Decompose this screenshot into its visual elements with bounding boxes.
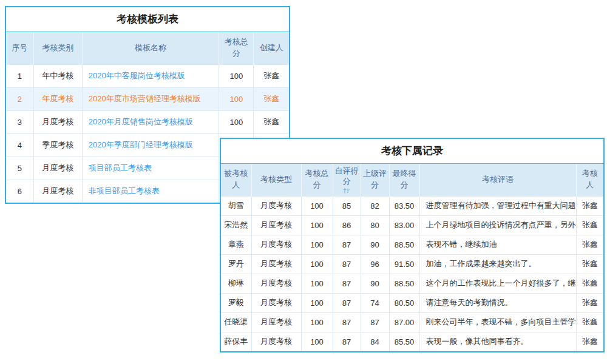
- record-table-header-row: 被考核人 考核类型 考核总分 自评得分 上级评分 最终得分 考核评语 考核人: [221, 164, 603, 196]
- cell-no: 1: [6, 64, 33, 87]
- cell-total-score: 100: [219, 110, 254, 133]
- col-header-assessor: 考核人: [576, 164, 603, 196]
- sort-ascending-icon[interactable]: [343, 187, 350, 194]
- template-name-link[interactable]: 项目部员工考核表: [82, 157, 219, 180]
- cell-final-score: 83.00: [389, 215, 419, 235]
- col-header-comment: 考核评语: [419, 164, 576, 196]
- cell-creator: 张鑫: [254, 110, 289, 133]
- cell-final-score: 91.50: [389, 254, 419, 274]
- cell-comment: 刚来公司半年，表现不错，多向项目主管学习。: [419, 312, 576, 332]
- cell-comment: 加油，工作成果越来越突出了。: [419, 254, 576, 274]
- cell-total-score: 100: [219, 64, 254, 87]
- cell-creator: 张鑫: [254, 87, 289, 110]
- cell-category: 年中考核: [33, 64, 82, 87]
- template-row[interactable]: 3月度考核2020年月度销售岗位考核模版100张鑫: [6, 110, 289, 133]
- cell-assessed-person: 宋浩然: [221, 215, 251, 235]
- template-table-header-row: 序号 考核类别 模板名称 考核总分 创建人: [6, 32, 289, 64]
- cell-assessor: 张鑫: [576, 332, 603, 351]
- cell-superior-score: 80: [361, 215, 389, 235]
- cell-assessor: 张鑫: [576, 254, 603, 274]
- cell-total-score: 100: [301, 196, 333, 215]
- cell-comment: 请注意每天的考勤情况。: [419, 293, 576, 312]
- cell-superior-score: 82: [361, 196, 389, 215]
- cell-assessor: 张鑫: [576, 196, 603, 215]
- record-row: 章燕月度考核100879088.50表现不错，继续加油张鑫: [221, 235, 603, 254]
- record-row: 任晓渠月度考核100878787.00刚来公司半年，表现不错，多向项目主管学习。…: [221, 312, 603, 332]
- cell-total-score: 100: [301, 254, 333, 274]
- cell-final-score: 83.50: [389, 196, 419, 215]
- col-header-self-score[interactable]: 自评得分: [333, 164, 361, 196]
- cell-assessor: 张鑫: [576, 235, 603, 254]
- cell-assessor: 张鑫: [576, 215, 603, 235]
- col-header-total-score: 考核总分: [219, 32, 254, 64]
- col-header-creator: 创建人: [254, 32, 289, 64]
- cell-self-score: 87: [333, 312, 361, 332]
- cell-assessed-person: 任晓渠: [221, 312, 251, 332]
- cell-superior-score: 90: [361, 274, 389, 293]
- cell-superior-score: 96: [361, 254, 389, 274]
- cell-assessed-person: 柳琳: [221, 274, 251, 293]
- cell-self-score: 87: [333, 235, 361, 254]
- cell-assessment-type: 月度考核: [251, 215, 301, 235]
- cell-creator: 张鑫: [254, 64, 289, 87]
- cell-assessment-type: 月度考核: [251, 293, 301, 312]
- cell-assessed-person: 罗丹: [221, 254, 251, 274]
- template-name-link[interactable]: 2020年月度销售岗位考核模版: [82, 110, 219, 133]
- cell-assessment-type: 月度考核: [251, 274, 301, 293]
- record-table-panel: 考核下属记录 被考核人 考核类型 考核总分 自评得分: [220, 138, 605, 352]
- cell-no: 6: [6, 180, 33, 203]
- cell-final-score: 85.50: [389, 332, 419, 351]
- cell-assessed-person: 胡雪: [221, 196, 251, 215]
- template-name-link[interactable]: 2020年季度部门经理考核模版: [82, 133, 219, 157]
- cell-superior-score: 87: [361, 312, 389, 332]
- record-row: 柳琳月度考核100879088.50这个月的工作表现比上一个月好很多了，继续加油…: [221, 274, 603, 293]
- col-header-self-score-label: 自评得分: [335, 166, 359, 187]
- cell-no: 5: [6, 157, 33, 180]
- cell-category: 月度考核: [33, 110, 82, 133]
- cell-self-score: 87: [333, 274, 361, 293]
- template-table-title: 考核模板列表: [6, 7, 289, 32]
- cell-total-score: 100: [301, 235, 333, 254]
- cell-self-score: 86: [333, 215, 361, 235]
- cell-comment: 进度管理有待加强，管理过程中有重大问题，随时...: [419, 196, 576, 215]
- cell-total-score: 100: [301, 293, 333, 312]
- template-name-link[interactable]: 2020年度市场营销经理考核模版: [82, 87, 219, 110]
- template-row[interactable]: 1年中考核2020年中客服岗位考核模版100张鑫: [6, 64, 289, 87]
- cell-category: 季度考核: [33, 133, 82, 157]
- cell-comment: 上个月绿地项目的投诉情况有点严重，另外每天的...: [419, 215, 576, 235]
- col-header-no: 序号: [6, 32, 33, 64]
- cell-comment: 表现不错，继续加油: [419, 235, 576, 254]
- cell-assessment-type: 月度考核: [251, 332, 301, 351]
- cell-self-score: 87: [333, 332, 361, 351]
- cell-final-score: 80.50: [389, 293, 419, 312]
- cell-assessed-person: 罗毅: [221, 293, 251, 312]
- template-row[interactable]: 2年度考核2020年度市场营销经理考核模版100张鑫: [6, 87, 289, 110]
- col-header-total-score: 考核总分: [301, 164, 333, 196]
- cell-category: 月度考核: [33, 180, 82, 203]
- col-header-assessment-type: 考核类型: [251, 164, 301, 196]
- cell-assessed-person: 章燕: [221, 235, 251, 254]
- cell-total-score: 100: [301, 215, 333, 235]
- cell-no: 2: [6, 87, 33, 110]
- record-table-title: 考核下属记录: [221, 139, 603, 164]
- cell-total-score: 100: [219, 87, 254, 110]
- template-name-link[interactable]: 非项目部员工考核表: [82, 180, 219, 203]
- cell-superior-score: 74: [361, 293, 389, 312]
- cell-assessor: 张鑫: [576, 274, 603, 293]
- cell-self-score: 87: [333, 254, 361, 274]
- cell-final-score: 88.50: [389, 235, 419, 254]
- cell-superior-score: 90: [361, 235, 389, 254]
- cell-assessment-type: 月度考核: [251, 235, 301, 254]
- cell-category: 月度考核: [33, 157, 82, 180]
- record-row: 罗毅月度考核100877480.50请注意每天的考勤情况。张鑫: [221, 293, 603, 312]
- col-header-superior-score: 上级评分: [361, 164, 389, 196]
- cell-assessment-type: 月度考核: [251, 312, 301, 332]
- cell-no: 4: [6, 133, 33, 157]
- cell-superior-score: 84: [361, 332, 389, 351]
- cell-assessor: 张鑫: [576, 312, 603, 332]
- cell-category: 年度考核: [33, 87, 82, 110]
- cell-total-score: 100: [301, 332, 333, 351]
- template-name-link[interactable]: 2020年中客服岗位考核模版: [82, 64, 219, 87]
- cell-self-score: 85: [333, 196, 361, 215]
- col-header-assessed-person: 被考核人: [221, 164, 251, 196]
